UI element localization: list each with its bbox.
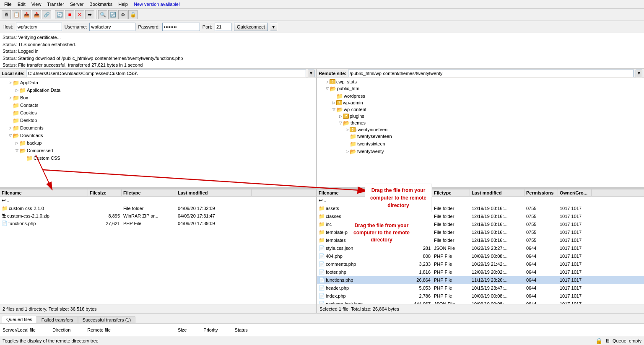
remote-tree-item-wpadmin[interactable]: ▷ ? wp-admin <box>318 100 643 106</box>
remote-file-row-footer[interactable]: 📄 footer.php 1,816 PHP File 12/09/19 20:… <box>317 268 644 276</box>
tree-expand-contacts[interactable] <box>8 103 13 108</box>
tree-item-downloads[interactable]: ▽ 📂 Downloads <box>1 132 315 139</box>
remote-expand-wordpress[interactable] <box>331 93 336 99</box>
tree-item-contacts[interactable]: 📁 Contacts <box>1 101 315 109</box>
tree-item-desktop[interactable]: 📁 Desktop <box>1 117 315 124</box>
port-input[interactable] <box>215 23 231 31</box>
menu-edit[interactable]: Edit <box>15 1 28 8</box>
tree-expand-appdata[interactable]: ▷ <box>8 80 13 85</box>
quickconnect-button[interactable]: Quickconnect <box>234 23 268 31</box>
local-site-path-input[interactable] <box>26 70 306 77</box>
tree-item-customcss[interactable]: 📁 Custom CSS <box>1 154 315 162</box>
remote-tree-item-twentyseventeen[interactable]: 📁 twentyseventeen <box>318 132 643 140</box>
tree-item-documents[interactable]: ▷ 📁 Documents <box>1 124 315 132</box>
remote-expand-twentytwenty[interactable]: ▷ <box>345 149 350 154</box>
local-file-list-body[interactable]: ↩ .. 📁 custom-css-2.1.0 File folder 04/0… <box>0 197 316 304</box>
remote-header-owner[interactable]: Owner/Gro... <box>558 189 592 196</box>
remote-file-row-comments[interactable]: 📄 comments.php 3,233 PHP File 10/29/19 2… <box>317 260 644 268</box>
toolbar-btn-new-site[interactable]: 🖥 <box>2 10 11 19</box>
tree-expand-documents[interactable]: ▷ <box>8 125 13 130</box>
remote-tree-item-wordpress[interactable]: 📁 wordpress <box>318 92 643 100</box>
local-header-lastmodified[interactable]: Last modified <box>176 189 252 196</box>
toolbar-btn-3[interactable]: 📥 <box>32 10 41 19</box>
quickconnect-dropdown[interactable]: ▼ <box>270 23 277 31</box>
remote-tree-item-twentytwenty[interactable]: ▷ 📂 twentytwenty <box>318 148 643 155</box>
remote-header-filesize[interactable]: Filesize <box>401 189 432 196</box>
remote-expand-plugins[interactable]: ▷ <box>338 114 343 119</box>
toolbar-btn-unlock[interactable]: 🔓 <box>128 10 138 19</box>
remote-header-filetype[interactable]: Filetype <box>432 189 470 196</box>
local-header-filesize[interactable]: Filesize <box>88 189 122 196</box>
remote-expand-twentynineteen[interactable]: ▷ <box>345 127 350 132</box>
remote-header-lastmod[interactable]: Last modified <box>470 189 525 196</box>
remote-file-row-templates[interactable]: 📁 templates File folder 12/19/19 03:16:.… <box>317 236 644 244</box>
toolbar-btn-2[interactable]: 📤 <box>22 10 31 19</box>
tree-expand-backup[interactable]: ▷ <box>14 140 19 145</box>
remote-tree-item-public[interactable]: ▽ 📂 public_html <box>318 85 643 92</box>
remote-file-row-templateparts[interactable]: 📁 template-parts File folder 12/19/19 03… <box>317 228 644 236</box>
toolbar-btn-refresh[interactable]: 🔄 <box>55 10 64 19</box>
remote-expand-wpcontent[interactable]: ▽ <box>331 107 336 112</box>
local-dir-tree[interactable]: ▷ 📁 AppData ▷ 📁 Application Data ▷ 📁 Box <box>0 78 316 187</box>
local-file-row-1[interactable]: 🗜 custom-css-2.1.0.zip 8,895 WinRAR ZIP … <box>0 213 316 220</box>
remote-file-row-404[interactable]: 📄 404.php 808 PHP File 10/09/19 00:08:..… <box>317 252 644 260</box>
tab-successful-transfers[interactable]: Successful transfers (1) <box>78 316 136 323</box>
tree-expand-appdata2[interactable]: ▷ <box>14 88 19 93</box>
remote-tree-item-themes[interactable]: ▽ 📂 themes <box>318 119 643 127</box>
local-file-row-2[interactable]: 📄 functions.php 27,621 PHP File 04/09/20… <box>0 220 316 227</box>
local-file-row-0[interactable]: 📁 custom-css-2.1.0 File folder 04/09/20 … <box>0 205 316 213</box>
tree-item-backup[interactable]: ▷ 📁 backup <box>1 139 315 147</box>
toolbar-btn-sync[interactable]: 🔃 <box>108 10 117 19</box>
remote-file-row-stylecss[interactable]: 📄 style.css.json 281 JSON File 10/22/19 … <box>317 244 644 252</box>
remote-file-row-assets[interactable]: 📁 assets File folder 12/19/19 03:16:... … <box>317 205 644 213</box>
menu-view[interactable]: View <box>29 1 44 8</box>
remote-file-row-header[interactable]: 📄 header.php 5,053 PHP File 10/15/19 23:… <box>317 284 644 292</box>
local-site-dropdown[interactable]: ▼ <box>308 70 314 77</box>
remote-header-perms[interactable]: Permissions <box>525 189 558 196</box>
local-header-filename[interactable]: Filename <box>0 189 88 196</box>
tree-expand-downloads[interactable]: ▽ <box>8 133 13 138</box>
tab-queued-files[interactable]: Queued files <box>2 316 37 323</box>
tab-failed-transfers[interactable]: Failed transfers <box>37 316 78 323</box>
remote-tree-item-wpcontent[interactable]: ▽ 📂 wp-content <box>318 106 643 113</box>
remote-file-row-index[interactable]: 📄 index.php 2,786 PHP File 10/09/19 00:0… <box>317 292 644 300</box>
menu-help[interactable]: Help <box>116 1 130 8</box>
toolbar-btn-cancel[interactable]: ✕ <box>75 10 84 19</box>
password-input[interactable] <box>162 23 200 31</box>
toolbar-btn-stop[interactable]: ■ <box>65 10 74 19</box>
local-file-row-up[interactable]: ↩ .. <box>0 197 316 205</box>
toolbar-btn-compare[interactable]: ⚙ <box>118 10 127 19</box>
menu-file[interactable]: File <box>2 1 14 8</box>
remote-tree-item-plugins[interactable]: ▷ ? plugins <box>318 113 643 119</box>
remote-expand-cwp[interactable]: ▷ <box>325 79 330 84</box>
remote-tree-item-twentynineteen[interactable]: ▷ ? twentynineteen <box>318 127 643 132</box>
tree-expand-cookies[interactable] <box>8 110 13 115</box>
username-input[interactable] <box>89 23 135 31</box>
remote-file-row-inc[interactable]: 📁 inc File folder 12/19/19 03:16:... 075… <box>317 220 644 228</box>
toolbar-btn-search[interactable]: 🔍 <box>98 10 107 19</box>
remote-file-row-packagelock[interactable]: 📄 package-lock.json 444,067 JSON File 10… <box>317 300 644 304</box>
tree-expand-desktop[interactable] <box>8 118 13 123</box>
remote-site-dropdown[interactable]: ▼ <box>636 70 642 77</box>
menu-bookmarks[interactable]: Bookmarks <box>87 1 115 8</box>
host-input[interactable] <box>16 23 62 31</box>
tree-item-appdata2[interactable]: ▷ 📁 Application Data <box>1 86 315 94</box>
menu-transfer[interactable]: Transfer <box>44 1 67 8</box>
toolbar-btn-transfer[interactable]: ➡ <box>85 10 94 19</box>
tree-item-compressed[interactable]: ▽ 📂 Compressed <box>1 147 315 154</box>
remote-expand-wpadmin[interactable]: ▷ <box>331 100 336 105</box>
remote-expand-public[interactable]: ▽ <box>325 86 330 91</box>
local-header-filetype[interactable]: Filetype <box>122 189 176 196</box>
tree-expand-customcss[interactable] <box>21 156 26 161</box>
remote-file-list-body[interactable]: ↩ .. 📁 assets File folder <box>317 197 644 304</box>
remote-expand-themes[interactable]: ▽ <box>338 120 343 125</box>
remote-file-row-up[interactable]: ↩ .. <box>317 197 644 205</box>
toolbar-btn-4[interactable]: 🔗 <box>42 10 51 19</box>
remote-tree-item-cwp[interactable]: ▷ ? cwp_stats <box>318 79 643 85</box>
tree-expand-compressed[interactable]: ▽ <box>14 148 19 153</box>
menu-server[interactable]: Server <box>68 1 86 8</box>
remote-tree-item-twentysixteen[interactable]: 📁 twentysixteen <box>318 140 643 148</box>
remote-file-row-classes[interactable]: 📁 classes File folder 12/19/19 03:16:...… <box>317 213 644 220</box>
tree-item-box[interactable]: ▷ 📁 Box <box>1 94 315 101</box>
remote-expand-twentysixteen[interactable] <box>345 141 350 146</box>
